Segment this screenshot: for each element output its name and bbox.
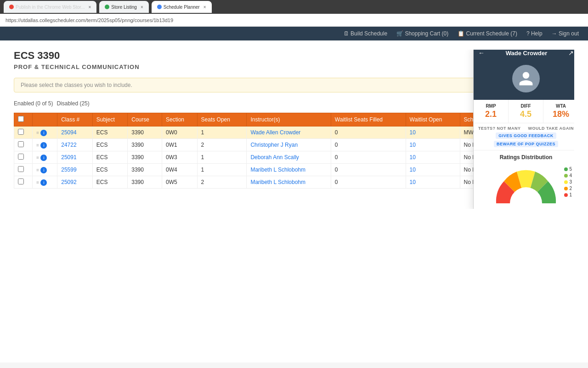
main-content: ECS 3390 PROF & TECHNICAL COMMUNICATION …: [0, 40, 588, 362]
col-handle: [33, 113, 57, 126]
legend-dot-2: [564, 187, 568, 190]
wl-open-link[interactable]: 10: [410, 167, 416, 173]
row-info-icon[interactable]: i: [40, 130, 47, 136]
col-section: Section: [162, 113, 198, 126]
instructor-link[interactable]: Wade Allen Crowder: [250, 129, 300, 136]
row-handle: ≡: [36, 167, 39, 172]
tab-1-close[interactable]: ×: [88, 5, 91, 10]
row-info-icon[interactable]: i: [40, 167, 47, 173]
current-schedule-link[interactable]: 📋 Current Schedule (7): [458, 30, 517, 37]
row-wl-filled: 0: [331, 176, 406, 189]
row-checkbox-cell: [14, 126, 33, 139]
legend-1: 1: [564, 192, 572, 197]
toolbar-left: Enabled (0 of 5) Disabled (25): [14, 100, 90, 107]
app-header: 🗓 Build Schedule 🛒 Shopping Cart (0) 📋 C…: [0, 27, 588, 40]
row-class-num: 25599: [57, 164, 93, 176]
tab-3[interactable]: Schedule Planner ×: [152, 1, 212, 13]
class-num-link[interactable]: 24722: [61, 142, 76, 148]
row-info-icon[interactable]: i: [40, 179, 47, 186]
shopping-cart-link[interactable]: 🛒 Shopping Cart (0): [396, 30, 448, 37]
enabled-filter-btn[interactable]: Enabled (0 of 5): [14, 100, 53, 107]
legend-dot-3: [564, 180, 568, 184]
row-wl-filled: 0: [331, 126, 406, 139]
instructor-link[interactable]: Maribeth L Schlobohm: [250, 179, 305, 185]
legend-3: 3: [564, 179, 572, 184]
class-num-link[interactable]: 25092: [61, 179, 76, 185]
col-class: Class #: [57, 113, 93, 126]
row-checkbox[interactable]: [18, 178, 24, 184]
wl-open-link[interactable]: 10: [410, 179, 416, 185]
row-handle-cell: ≡ i: [33, 164, 57, 176]
row-subject: ECS: [92, 139, 128, 151]
prof-avatar-area: [474, 60, 574, 100]
stat-diff: DIFF 4.5: [509, 100, 543, 123]
row-seats-open: 1: [197, 164, 247, 176]
tab-2[interactable]: Store Listing ×: [99, 1, 148, 13]
signout-icon: →: [552, 30, 557, 37]
tab-1[interactable]: Publish in the Chrome Web Stor... ×: [4, 1, 96, 13]
row-handle: ≡: [36, 180, 39, 185]
row-class-num: 25091: [57, 151, 93, 164]
row-wl-filled: 0: [331, 151, 406, 164]
ratings-legend: 5 4 3 2: [564, 167, 572, 197]
row-handle-cell: ≡ i: [33, 139, 57, 151]
row-seats-open: 1: [197, 151, 247, 164]
prof-card-external-link[interactable]: ↗: [568, 50, 574, 57]
person-icon: [518, 70, 534, 87]
row-checkbox[interactable]: [18, 129, 24, 135]
row-wl-open: 10: [406, 164, 460, 176]
col-wl-open: Waitlist Open: [406, 113, 460, 126]
instructor-link[interactable]: Christopher J Ryan: [250, 142, 298, 148]
col-instructor: Instructor(s): [247, 113, 331, 126]
select-all-checkbox[interactable]: [18, 116, 24, 122]
row-course: 3390: [128, 139, 162, 151]
legend-dot-4: [564, 174, 568, 178]
legend-2: 2: [564, 186, 572, 191]
wl-open-link[interactable]: 10: [410, 129, 416, 136]
row-subject: ECS: [92, 164, 128, 176]
class-num-link[interactable]: 25094: [61, 129, 76, 136]
tab-3-close[interactable]: ×: [204, 5, 206, 10]
row-class-num: 25092: [57, 176, 93, 189]
row-checkbox[interactable]: [18, 141, 24, 147]
stat-rmp: RMP 2.1: [474, 100, 509, 123]
col-seats: Seats Open: [197, 113, 247, 126]
row-info-icon[interactable]: i: [40, 142, 47, 149]
wl-open-link[interactable]: 10: [410, 142, 416, 148]
tab-2-close[interactable]: ×: [141, 5, 143, 10]
instructor-link[interactable]: Deborah Ann Scally: [250, 154, 299, 161]
row-wl-filled: 0: [331, 164, 406, 176]
row-checkbox[interactable]: [18, 166, 24, 172]
disabled-filter-btn[interactable]: Disabled (25): [57, 100, 89, 107]
row-checkbox-cell: [14, 139, 33, 151]
wl-open-link[interactable]: 10: [410, 154, 416, 161]
col-subject: Subject: [92, 113, 128, 126]
row-course: 3390: [128, 126, 162, 139]
build-schedule-link[interactable]: 🗓 Build Schedule: [344, 30, 387, 37]
row-checkbox-cell: [14, 164, 33, 176]
prof-card-header: ← Wade Crowder ↗: [474, 50, 574, 60]
row-info-icon[interactable]: i: [40, 155, 47, 161]
row-subject: ECS: [92, 126, 128, 139]
prof-card-back[interactable]: ←: [478, 50, 485, 57]
row-checkbox[interactable]: [18, 154, 24, 160]
prof-card: ← Wade Crowder ↗ RMP 2.1 DIFF 4.5: [473, 50, 574, 209]
url-text: https://utdallas.collegscheduler.com/ter…: [6, 17, 173, 23]
row-instructor: Deborah Ann Scally: [247, 151, 331, 164]
row-wl-filled: 0: [331, 139, 406, 151]
badge-row-1: TESTS? NOT MANY WOULD TAKE AGAIN: [478, 126, 574, 131]
schedule-icon: 📋: [458, 30, 464, 37]
badge-row-3: BEWARE OF POP QUIZZES: [478, 141, 574, 147]
help-link[interactable]: ? Help: [526, 30, 543, 37]
class-num-link[interactable]: 25599: [61, 167, 76, 173]
prof-avatar: [512, 65, 540, 92]
class-num-link[interactable]: 25091: [61, 154, 76, 161]
sign-out-link[interactable]: → Sign out: [552, 30, 579, 37]
row-seats-open: 2: [197, 139, 247, 151]
gauge-wrapper: 5 4 3 2: [489, 164, 563, 207]
row-course: 3390: [128, 176, 162, 189]
badge-row-2: GIVES GOOD FEEDBACK: [478, 132, 574, 139]
help-icon: ?: [526, 30, 530, 37]
row-section: 0W4: [162, 164, 198, 176]
instructor-link[interactable]: Maribeth L Schlobohm: [250, 167, 305, 173]
